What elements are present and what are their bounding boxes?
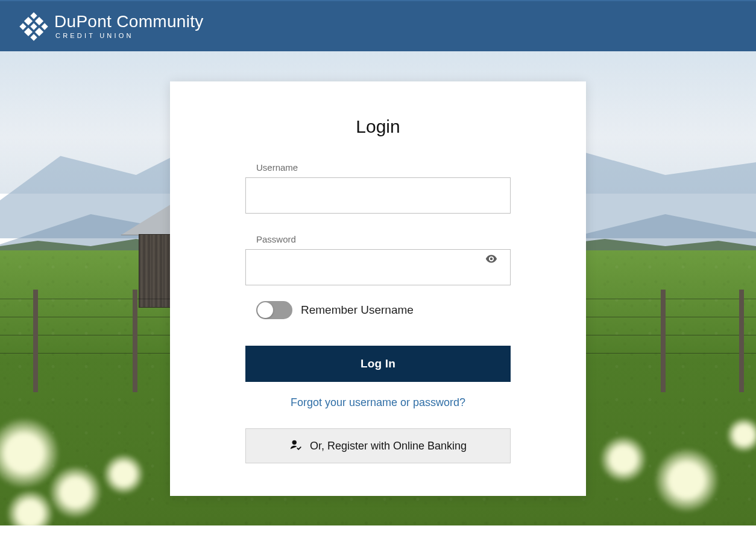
footer-strip: [0, 525, 756, 546]
login-card: Login Username Password Remember Usernam…: [170, 81, 586, 496]
register-button[interactable]: Or, Register with Online Banking: [245, 428, 511, 463]
username-field-group: Username: [245, 162, 511, 214]
toggle-password-visibility-button[interactable]: [480, 249, 502, 271]
brand-text: DuPont Community CREDIT UNION: [54, 13, 204, 39]
username-input[interactable]: [245, 177, 511, 214]
svg-rect-2: [19, 23, 26, 30]
app-header: DuPont Community CREDIT UNION: [0, 0, 756, 51]
eye-icon: [485, 252, 498, 267]
login-title: Login: [245, 116, 511, 137]
password-input[interactable]: [245, 249, 511, 285]
diamond-lattice-icon: [19, 12, 48, 41]
register-button-label: Or, Register with Online Banking: [310, 440, 467, 452]
password-label: Password: [245, 234, 511, 244]
login-button[interactable]: Log In: [245, 346, 511, 382]
svg-rect-1: [30, 34, 37, 40]
password-field-group: Password: [245, 234, 511, 285]
svg-point-10: [292, 440, 297, 444]
svg-rect-0: [30, 12, 37, 19]
remember-username-label: Remember Username: [301, 303, 414, 317]
remember-username-row: Remember Username: [256, 301, 511, 319]
brand-subtitle: CREDIT UNION: [54, 33, 204, 39]
forgot-credentials-link[interactable]: Forgot your username or password?: [245, 396, 511, 409]
person-check-icon: [289, 438, 303, 454]
username-label: Username: [245, 162, 511, 173]
svg-rect-3: [41, 23, 48, 30]
brand-logo[interactable]: DuPont Community CREDIT UNION: [19, 12, 204, 41]
remember-username-toggle[interactable]: [256, 301, 292, 319]
brand-name: DuPont Community: [54, 13, 204, 30]
hero-section: Login Username Password Remember Usernam…: [0, 51, 756, 525]
